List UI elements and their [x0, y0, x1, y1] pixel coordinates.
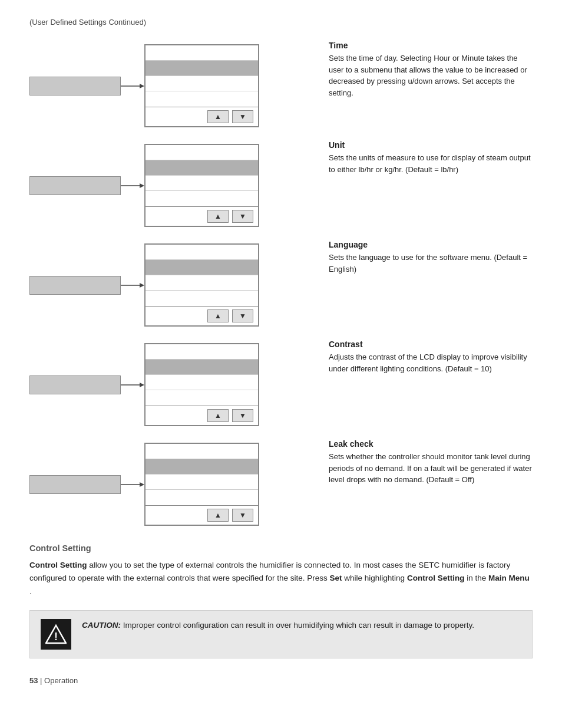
diagram-left-contrast: ▲▼ — [29, 337, 318, 426]
screen-row-language-2 — [146, 275, 258, 291]
control-setting-title: Control Setting — [29, 543, 533, 553]
screen-mockup-time: ▲▼ — [144, 44, 259, 127]
body-text-end: . — [29, 587, 32, 596]
caution-box: ! CAUTION: Improper control configuratio… — [29, 610, 533, 658]
screen-row-unit-0 — [146, 145, 258, 160]
body-text-mid2: in the — [467, 574, 488, 582]
bold-control-setting-2: Control Setting — [407, 574, 465, 582]
screen-row-time-1 — [146, 61, 258, 76]
desc-text-time: Sets the time of day. Selecting Hour or … — [329, 52, 533, 98]
bold-set: Set — [330, 574, 342, 582]
menu-item-box-contrast — [29, 375, 121, 394]
menu-item-box-leak_check — [29, 475, 121, 494]
caution-label: CAUTION: — [82, 621, 121, 630]
diagram-row-unit: ▲▼UnitSets the units of measure to use f… — [29, 138, 533, 227]
desc-title-language: Language — [329, 240, 533, 249]
desc-title-leak_check: Leak check — [329, 439, 533, 449]
btn-down-unit[interactable]: ▼ — [232, 210, 253, 223]
diagram-row-contrast: ▲▼ContrastAdjusts the contrast of the LC… — [29, 337, 533, 426]
btn-up-language[interactable]: ▲ — [207, 309, 229, 322]
diagram-left-leak_check: ▲▼ — [29, 437, 318, 526]
page-header: (User Defined Settings Continued) — [29, 18, 533, 27]
screen-bottom-language: ▲▼ — [146, 306, 258, 325]
arrow-language — [121, 281, 144, 290]
btn-down-contrast[interactable]: ▼ — [232, 409, 253, 422]
screen-row-contrast-1 — [146, 360, 258, 375]
screen-row-contrast-0 — [146, 344, 258, 360]
screen-row-language-1 — [146, 260, 258, 275]
control-setting-section: Control Setting Control Setting allow yo… — [29, 543, 533, 598]
svg-marker-7 — [140, 383, 144, 387]
screen-bottom-unit: ▲▼ — [146, 206, 258, 226]
svg-marker-5 — [140, 283, 144, 288]
screen-row-leak_check-0 — [146, 444, 258, 459]
screen-row-time-2 — [146, 76, 258, 91]
screen-row-language-3 — [146, 291, 258, 306]
screen-mockup-unit: ▲▼ — [144, 144, 259, 227]
btn-down-time[interactable]: ▼ — [232, 110, 253, 123]
screen-row-contrast-2 — [146, 375, 258, 390]
desc-title-unit: Unit — [329, 140, 533, 150]
warning-triangle-icon: ! — [45, 624, 67, 645]
bold-main-menu: Main Menu — [488, 574, 530, 582]
diagram-desc-leak_check: Leak checkSets whether the controller sh… — [318, 437, 533, 486]
screen-mockup-language: ▲▼ — [144, 243, 259, 327]
btn-up-contrast[interactable]: ▲ — [207, 409, 229, 422]
menu-item-box-time — [29, 77, 121, 95]
bold-control-setting: Control Setting — [29, 561, 87, 569]
arrow-contrast — [121, 380, 144, 390]
screen-row-unit-1 — [146, 160, 258, 176]
diagram-row-time: ▲▼TimeSets the time of day. Selecting Ho… — [29, 38, 533, 127]
diagram-row-language: ▲▼LanguageSets the language to use for t… — [29, 238, 533, 327]
desc-text-language: Sets the language to use for the softwar… — [329, 252, 533, 275]
desc-text-contrast: Adjusts the contrast of the LCD display … — [329, 351, 533, 374]
arrow-unit — [121, 181, 144, 190]
btn-up-unit[interactable]: ▲ — [207, 210, 229, 223]
btn-up-time[interactable]: ▲ — [207, 110, 229, 123]
btn-down-language[interactable]: ▼ — [232, 309, 253, 322]
screen-row-leak_check-3 — [146, 490, 258, 505]
screen-mockup-contrast: ▲▼ — [144, 343, 259, 426]
body-text-mid1: while highlighting — [344, 574, 407, 582]
screen-row-time-3 — [146, 91, 258, 107]
caution-body: Improper control configuration can resul… — [121, 621, 474, 630]
screen-row-unit-3 — [146, 191, 258, 206]
btn-down-leak_check[interactable]: ▼ — [232, 509, 253, 522]
desc-text-unit: Sets the units of measure to use for dis… — [329, 152, 533, 175]
caution-icon: ! — [41, 619, 71, 650]
control-setting-body: Control Setting allow you to set the typ… — [29, 559, 533, 598]
menu-item-box-language — [29, 276, 121, 295]
desc-text-leak_check: Sets whether the controller should monit… — [329, 451, 533, 486]
svg-text:!: ! — [54, 631, 58, 643]
diagram-desc-time: TimeSets the time of day. Selecting Hour… — [318, 38, 533, 98]
screen-bottom-contrast: ▲▼ — [146, 406, 258, 425]
diagram-desc-unit: UnitSets the units of measure to use for… — [318, 138, 533, 175]
diagram-desc-language: LanguageSets the language to use for the… — [318, 238, 533, 275]
page-number: 53 — [29, 676, 38, 685]
header-text: (User Defined Settings Continued) — [29, 18, 146, 27]
footer-section: Operation — [44, 676, 78, 685]
screen-bottom-time: ▲▼ — [146, 107, 258, 126]
desc-title-time: Time — [329, 41, 533, 50]
screen-row-language-0 — [146, 245, 258, 260]
diagram-desc-contrast: ContrastAdjusts the contrast of the LCD … — [318, 337, 533, 374]
caution-text: CAUTION: Improper control configuration … — [82, 619, 474, 632]
diagram-row-leak_check: ▲▼Leak checkSets whether the controller … — [29, 437, 533, 526]
diagram-left-language: ▲▼ — [29, 238, 318, 327]
screen-mockup-leak_check: ▲▼ — [144, 443, 259, 526]
screen-row-time-0 — [146, 45, 258, 61]
btn-up-leak_check[interactable]: ▲ — [207, 509, 229, 522]
arrow-time — [121, 81, 144, 91]
svg-marker-3 — [140, 183, 144, 188]
screen-row-contrast-3 — [146, 390, 258, 406]
svg-marker-1 — [140, 84, 144, 88]
screen-row-leak_check-2 — [146, 475, 258, 490]
diagram-left-unit: ▲▼ — [29, 138, 318, 227]
desc-title-contrast: Contrast — [329, 340, 533, 349]
screen-row-leak_check-1 — [146, 459, 258, 475]
page-footer: 53 | Operation — [29, 676, 533, 685]
arrow-leak_check — [121, 480, 144, 489]
diagram-left-time: ▲▼ — [29, 38, 318, 127]
diagrams-section: ▲▼TimeSets the time of day. Selecting Ho… — [29, 38, 533, 526]
menu-item-box-unit — [29, 176, 121, 195]
